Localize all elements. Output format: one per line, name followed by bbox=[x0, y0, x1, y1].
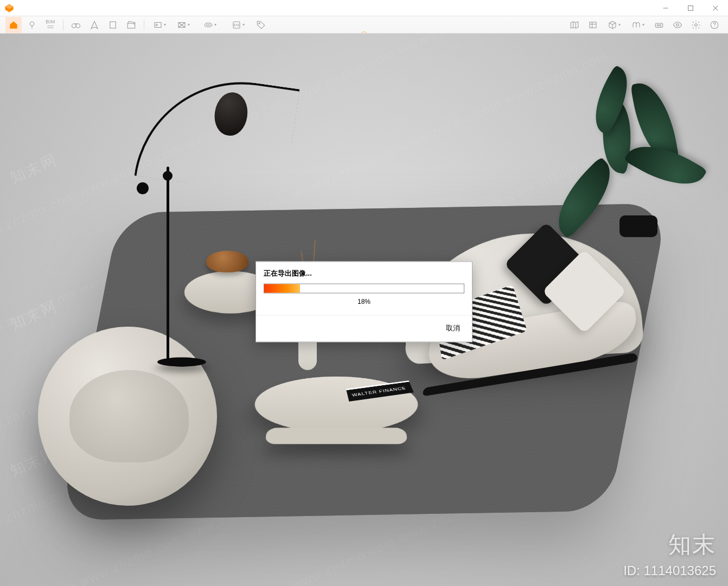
visibility-icon bbox=[673, 20, 682, 30]
svg-rect-3 bbox=[688, 5, 693, 10]
building-button[interactable] bbox=[105, 17, 121, 33]
chevron-down-icon: ▾ bbox=[214, 22, 216, 27]
settings-button[interactable] bbox=[688, 17, 704, 33]
svg-point-32 bbox=[676, 23, 679, 26]
bim-icon bbox=[47, 23, 54, 31]
vr-button[interactable] bbox=[651, 17, 667, 33]
help-button[interactable] bbox=[706, 17, 723, 33]
toolbar-left-group: BIM ▾ ▾ 360 ▾ EXE bbox=[5, 17, 269, 33]
svg-text:EXE: EXE bbox=[234, 23, 240, 27]
compass-icon bbox=[90, 20, 99, 30]
scene-lamp-counterweight bbox=[137, 182, 149, 194]
svg-point-6 bbox=[30, 22, 34, 26]
watermark-corner: 知末网 bbox=[7, 296, 61, 335]
scene-lamp-joint bbox=[163, 171, 173, 181]
svg-rect-12 bbox=[110, 22, 116, 28]
titlebar-left bbox=[4, 3, 14, 13]
home-button[interactable] bbox=[5, 17, 22, 33]
watermark-brand: 知末 bbox=[668, 530, 716, 560]
model-b-icon bbox=[177, 20, 187, 30]
svg-point-31 bbox=[660, 24, 661, 26]
cancel-button[interactable]: 取消 bbox=[443, 321, 463, 335]
chevron-down-icon: ▾ bbox=[642, 22, 644, 27]
chevron-down-icon: ▾ bbox=[188, 22, 190, 27]
arches-icon bbox=[631, 20, 641, 30]
scene-plant bbox=[533, 88, 690, 240]
pano-360-icon: 360 bbox=[203, 20, 213, 30]
settings-gear-icon bbox=[691, 20, 701, 30]
watermark-corner: 知末网 bbox=[7, 149, 61, 189]
progress-bar bbox=[264, 284, 464, 294]
svg-point-9 bbox=[72, 23, 76, 28]
svg-point-25 bbox=[259, 22, 260, 23]
pano-360-button[interactable]: 360 ▾ bbox=[196, 17, 223, 33]
binoculars-icon bbox=[71, 20, 81, 30]
scene-lamp-base bbox=[157, 358, 207, 367]
cube-icon bbox=[608, 20, 617, 30]
scene-lamp-arm bbox=[134, 68, 299, 196]
svg-text:360: 360 bbox=[206, 23, 211, 27]
tag-button[interactable] bbox=[253, 17, 269, 33]
map-icon bbox=[570, 20, 579, 30]
compass-button[interactable] bbox=[86, 17, 103, 33]
map-button[interactable] bbox=[566, 17, 583, 33]
toolbar-separator bbox=[144, 20, 144, 30]
watermark-id: ID: 1114013625 bbox=[623, 563, 716, 578]
render-viewport[interactable]: www.znzmo.com www.znzmo.com www.znzmo.co… bbox=[0, 34, 728, 586]
window-close-button[interactable] bbox=[703, 0, 728, 16]
clapper-button[interactable] bbox=[123, 17, 139, 33]
cube-button[interactable]: ▾ bbox=[603, 17, 625, 33]
bim-button[interactable]: BIM bbox=[42, 17, 59, 33]
scene-lamp-pole bbox=[167, 167, 169, 362]
svg-point-33 bbox=[695, 23, 698, 26]
window-titlebar bbox=[0, 0, 728, 16]
progress-percent-label: 18% bbox=[256, 298, 472, 305]
clapper-icon bbox=[126, 20, 136, 30]
svg-point-19 bbox=[156, 24, 157, 26]
main-toolbar: BIM ▾ ▾ 360 ▾ EXE bbox=[0, 16, 728, 34]
model-a-icon bbox=[153, 20, 163, 30]
tag-icon bbox=[256, 20, 266, 30]
svg-point-10 bbox=[76, 23, 80, 28]
toolbar-separator bbox=[63, 20, 63, 30]
chevron-down-icon: ▾ bbox=[164, 22, 166, 27]
layers-button[interactable] bbox=[585, 17, 601, 33]
layers-icon bbox=[588, 20, 598, 30]
home-icon bbox=[9, 20, 18, 30]
model-b-button[interactable]: ▾ bbox=[173, 17, 194, 33]
vr-headset-icon bbox=[654, 20, 664, 30]
svg-rect-29 bbox=[655, 23, 663, 28]
scene-armchair bbox=[38, 327, 217, 506]
building-icon bbox=[108, 20, 118, 30]
help-icon bbox=[710, 20, 719, 30]
svg-marker-11 bbox=[91, 21, 98, 29]
app-logo-icon bbox=[4, 3, 14, 13]
chevron-down-icon: ▾ bbox=[242, 22, 245, 27]
svg-point-30 bbox=[657, 24, 659, 26]
visibility-button[interactable] bbox=[669, 17, 686, 33]
window-controls bbox=[653, 0, 728, 16]
binoculars-button[interactable] bbox=[68, 17, 84, 33]
chevron-down-icon: ▾ bbox=[618, 22, 621, 27]
exe-icon: EXE bbox=[232, 20, 241, 30]
svg-point-35 bbox=[714, 27, 714, 27]
toolbar-right-group: ▾ ▾ bbox=[566, 17, 723, 33]
progress-fill bbox=[264, 284, 300, 293]
window-maximize-button[interactable] bbox=[678, 0, 703, 16]
svg-rect-26 bbox=[590, 22, 596, 28]
exe-button[interactable]: EXE ▾ bbox=[226, 17, 251, 33]
dialog-actions: 取消 bbox=[256, 315, 472, 342]
export-progress-dialog: 正在导出图像... 18% 取消 bbox=[256, 262, 472, 342]
window-minimize-button[interactable] bbox=[653, 0, 678, 16]
scene-plant-pot bbox=[620, 215, 657, 237]
model-a-button[interactable]: ▾ bbox=[149, 17, 170, 33]
pin-button[interactable] bbox=[24, 17, 40, 33]
pin-icon bbox=[27, 20, 37, 30]
arches-button[interactable]: ▾ bbox=[627, 17, 649, 33]
dialog-title: 正在导出图像... bbox=[256, 262, 472, 284]
scene-bowl bbox=[206, 251, 248, 272]
